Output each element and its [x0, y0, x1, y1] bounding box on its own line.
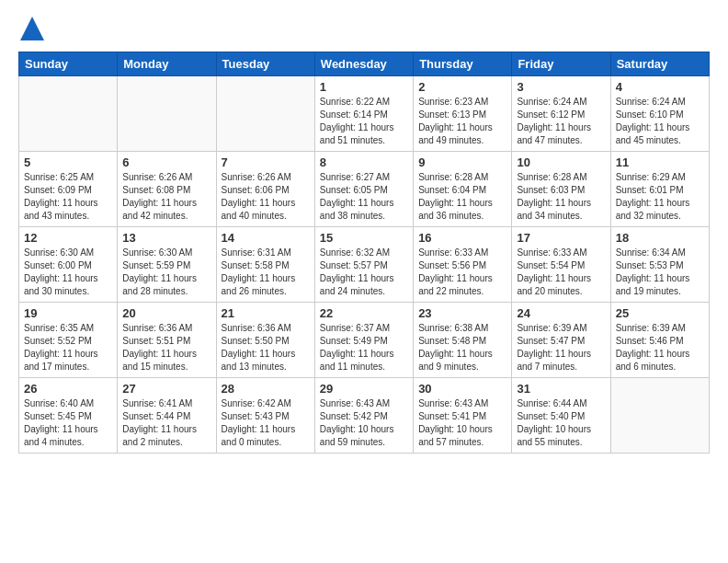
main-container: SundayMondayTuesdayWednesdayThursdayFrid…	[0, 0, 728, 463]
day-number: 4	[616, 80, 704, 94]
day-info: Sunrise: 6:40 AM Sunset: 5:45 PM Dayligh…	[24, 397, 112, 449]
calendar-cell: 27Sunrise: 6:41 AM Sunset: 5:44 PM Dayli…	[118, 378, 216, 454]
calendar-week-1: 5Sunrise: 6:25 AM Sunset: 6:09 PM Daylig…	[19, 152, 710, 227]
day-number: 23	[418, 306, 506, 320]
calendar-cell: 28Sunrise: 6:42 AM Sunset: 5:43 PM Dayli…	[216, 378, 314, 454]
calendar-cell: 20Sunrise: 6:36 AM Sunset: 5:51 PM Dayli…	[118, 303, 216, 378]
day-number: 15	[320, 231, 408, 245]
day-number: 14	[222, 231, 310, 245]
calendar-cell: 9Sunrise: 6:28 AM Sunset: 6:04 PM Daylig…	[414, 152, 512, 227]
calendar-cell: 11Sunrise: 6:29 AM Sunset: 6:01 PM Dayli…	[610, 152, 709, 227]
calendar-header-row: SundayMondayTuesdayWednesdayThursdayFrid…	[19, 52, 710, 76]
day-info: Sunrise: 6:41 AM Sunset: 5:44 PM Dayligh…	[122, 397, 210, 449]
day-info: Sunrise: 6:39 AM Sunset: 5:46 PM Dayligh…	[616, 322, 704, 373]
day-number: 12	[24, 231, 112, 245]
day-info: Sunrise: 6:39 AM Sunset: 5:47 PM Dayligh…	[517, 322, 605, 373]
day-number: 13	[122, 231, 210, 245]
day-number: 30	[418, 382, 506, 396]
calendar-cell: 3Sunrise: 6:24 AM Sunset: 6:12 PM Daylig…	[512, 76, 610, 152]
calendar-cell: 18Sunrise: 6:34 AM Sunset: 5:53 PM Dayli…	[610, 227, 709, 303]
calendar-week-3: 19Sunrise: 6:35 AM Sunset: 5:52 PM Dayli…	[19, 303, 710, 378]
day-number: 20	[122, 306, 210, 320]
day-info: Sunrise: 6:28 AM Sunset: 6:03 PM Dayligh…	[517, 171, 605, 223]
day-info: Sunrise: 6:33 AM Sunset: 5:56 PM Dayligh…	[418, 247, 506, 298]
day-number: 3	[517, 80, 605, 94]
header	[18, 15, 710, 42]
day-info: Sunrise: 6:36 AM Sunset: 5:51 PM Dayligh…	[122, 322, 210, 373]
calendar-cell: 4Sunrise: 6:24 AM Sunset: 6:10 PM Daylig…	[610, 76, 709, 152]
day-info: Sunrise: 6:34 AM Sunset: 5:53 PM Dayligh…	[616, 247, 704, 298]
day-number: 16	[418, 231, 506, 245]
day-number: 26	[24, 382, 112, 396]
day-info: Sunrise: 6:43 AM Sunset: 5:42 PM Dayligh…	[320, 397, 408, 449]
calendar-cell: 25Sunrise: 6:39 AM Sunset: 5:46 PM Dayli…	[610, 303, 709, 378]
day-number: 8	[320, 155, 408, 169]
day-info: Sunrise: 6:30 AM Sunset: 5:59 PM Dayligh…	[122, 247, 210, 298]
calendar-cell: 17Sunrise: 6:33 AM Sunset: 5:54 PM Dayli…	[512, 227, 610, 303]
day-info: Sunrise: 6:23 AM Sunset: 6:13 PM Dayligh…	[418, 96, 506, 147]
calendar-cell: 23Sunrise: 6:38 AM Sunset: 5:48 PM Dayli…	[414, 303, 512, 378]
day-info: Sunrise: 6:33 AM Sunset: 5:54 PM Dayligh…	[517, 247, 605, 298]
calendar-cell: 15Sunrise: 6:32 AM Sunset: 5:57 PM Dayli…	[314, 227, 413, 303]
calendar-cell: 7Sunrise: 6:26 AM Sunset: 6:06 PM Daylig…	[216, 152, 314, 227]
calendar-cell: 16Sunrise: 6:33 AM Sunset: 5:56 PM Dayli…	[414, 227, 512, 303]
calendar-cell	[216, 76, 314, 152]
day-info: Sunrise: 6:22 AM Sunset: 6:14 PM Dayligh…	[320, 96, 408, 147]
calendar-cell: 12Sunrise: 6:30 AM Sunset: 6:00 PM Dayli…	[19, 227, 118, 303]
calendar-cell: 21Sunrise: 6:36 AM Sunset: 5:50 PM Dayli…	[216, 303, 314, 378]
calendar-header-sunday: Sunday	[19, 52, 118, 76]
day-info: Sunrise: 6:27 AM Sunset: 6:05 PM Dayligh…	[320, 171, 408, 223]
day-number: 22	[320, 306, 408, 320]
calendar-cell: 13Sunrise: 6:30 AM Sunset: 5:59 PM Dayli…	[118, 227, 216, 303]
calendar-week-4: 26Sunrise: 6:40 AM Sunset: 5:45 PM Dayli…	[19, 378, 710, 454]
day-number: 24	[517, 306, 605, 320]
calendar-table: SundayMondayTuesdayWednesdayThursdayFrid…	[18, 52, 710, 454]
day-info: Sunrise: 6:38 AM Sunset: 5:48 PM Dayligh…	[418, 322, 506, 373]
calendar-cell: 6Sunrise: 6:26 AM Sunset: 6:08 PM Daylig…	[118, 152, 216, 227]
day-info: Sunrise: 6:30 AM Sunset: 6:00 PM Dayligh…	[24, 247, 112, 298]
day-info: Sunrise: 6:26 AM Sunset: 6:08 PM Dayligh…	[122, 171, 210, 223]
calendar-cell: 10Sunrise: 6:28 AM Sunset: 6:03 PM Dayli…	[512, 152, 610, 227]
day-number: 2	[418, 80, 506, 94]
day-info: Sunrise: 6:37 AM Sunset: 5:49 PM Dayligh…	[320, 322, 408, 373]
day-number: 29	[320, 382, 408, 396]
day-info: Sunrise: 6:25 AM Sunset: 6:09 PM Dayligh…	[24, 171, 112, 223]
day-info: Sunrise: 6:42 AM Sunset: 5:43 PM Dayligh…	[222, 397, 310, 449]
calendar-cell: 14Sunrise: 6:31 AM Sunset: 5:58 PM Dayli…	[216, 227, 314, 303]
calendar-cell: 5Sunrise: 6:25 AM Sunset: 6:09 PM Daylig…	[19, 152, 118, 227]
day-number: 7	[222, 155, 310, 169]
logo	[18, 15, 50, 42]
day-number: 28	[222, 382, 310, 396]
calendar-cell: 22Sunrise: 6:37 AM Sunset: 5:49 PM Dayli…	[314, 303, 413, 378]
day-number: 9	[418, 155, 506, 169]
calendar-header-monday: Monday	[118, 52, 216, 76]
day-info: Sunrise: 6:28 AM Sunset: 6:04 PM Dayligh…	[418, 171, 506, 223]
calendar-header-saturday: Saturday	[610, 52, 709, 76]
calendar-cell: 1Sunrise: 6:22 AM Sunset: 6:14 PM Daylig…	[314, 76, 413, 152]
calendar-cell: 26Sunrise: 6:40 AM Sunset: 5:45 PM Dayli…	[19, 378, 118, 454]
day-number: 27	[122, 382, 210, 396]
day-number: 6	[122, 155, 210, 169]
calendar-cell: 29Sunrise: 6:43 AM Sunset: 5:42 PM Dayli…	[314, 378, 413, 454]
calendar-cell: 31Sunrise: 6:44 AM Sunset: 5:40 PM Dayli…	[512, 378, 610, 454]
day-number: 19	[24, 306, 112, 320]
svg-marker-0	[20, 17, 44, 40]
logo-icon	[18, 15, 46, 42]
day-number: 5	[24, 155, 112, 169]
day-info: Sunrise: 6:26 AM Sunset: 6:06 PM Dayligh…	[222, 171, 310, 223]
calendar-header-thursday: Thursday	[414, 52, 512, 76]
day-number: 10	[517, 155, 605, 169]
calendar-cell: 19Sunrise: 6:35 AM Sunset: 5:52 PM Dayli…	[19, 303, 118, 378]
day-info: Sunrise: 6:24 AM Sunset: 6:10 PM Dayligh…	[616, 96, 704, 147]
calendar-cell	[610, 378, 709, 454]
day-info: Sunrise: 6:29 AM Sunset: 6:01 PM Dayligh…	[616, 171, 704, 223]
calendar-header-friday: Friday	[512, 52, 610, 76]
calendar-cell: 8Sunrise: 6:27 AM Sunset: 6:05 PM Daylig…	[314, 152, 413, 227]
calendar-cell	[19, 76, 118, 152]
day-number: 31	[517, 382, 605, 396]
day-info: Sunrise: 6:36 AM Sunset: 5:50 PM Dayligh…	[222, 322, 310, 373]
day-info: Sunrise: 6:35 AM Sunset: 5:52 PM Dayligh…	[24, 322, 112, 373]
day-info: Sunrise: 6:32 AM Sunset: 5:57 PM Dayligh…	[320, 247, 408, 298]
day-info: Sunrise: 6:43 AM Sunset: 5:41 PM Dayligh…	[418, 397, 506, 449]
day-number: 1	[320, 80, 408, 94]
